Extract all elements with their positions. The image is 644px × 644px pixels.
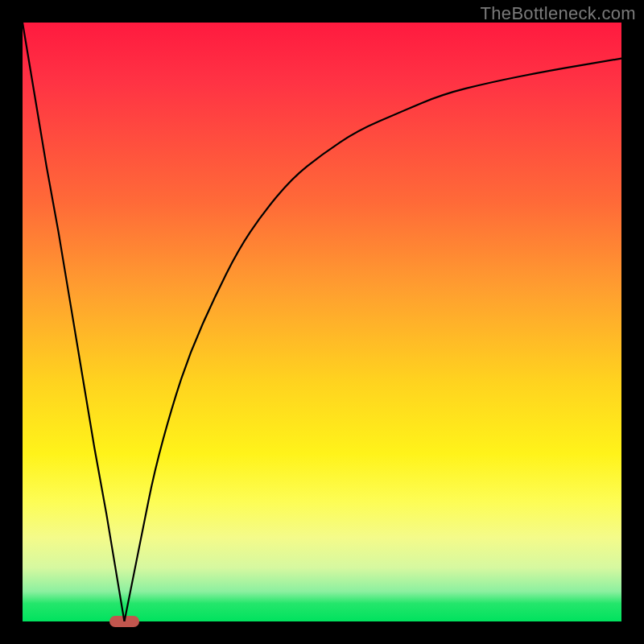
plot-area (23, 23, 621, 621)
chart-frame: TheBottleneck.com (0, 0, 644, 644)
bottleneck-curve (23, 23, 621, 621)
watermark-text: TheBottleneck.com (481, 3, 636, 24)
